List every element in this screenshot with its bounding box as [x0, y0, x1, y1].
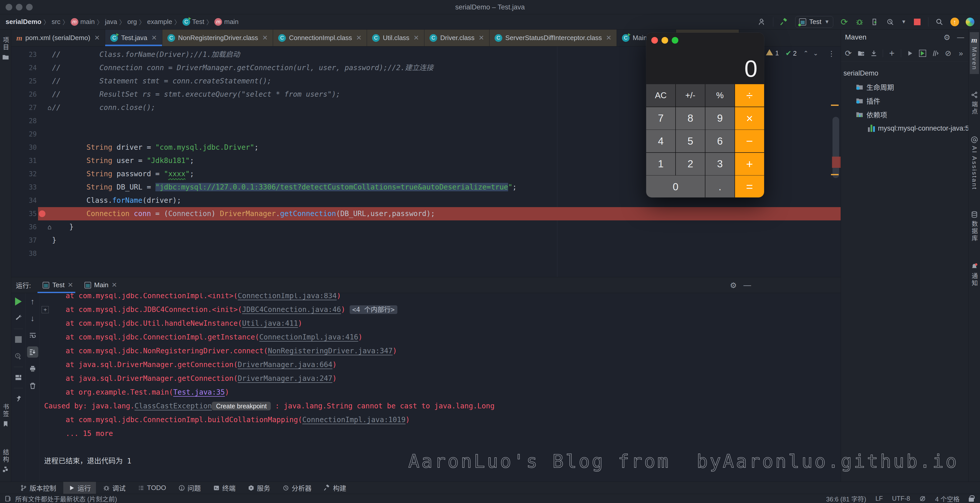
- toolwindow-button-问题[interactable]: 问题: [173, 482, 206, 494]
- run-console-output[interactable]: at com.mysql.jdbc.ConnectionImpl.<init>(…: [40, 293, 841, 481]
- breadcrumb-item-Test[interactable]: CTest: [183, 18, 204, 26]
- gutter-icons[interactable]: [37, 48, 52, 61]
- right-stripe-item-Maven[interactable]: mMaven: [970, 32, 979, 74]
- toolwindow-button-TODO[interactable]: TODO: [133, 482, 171, 494]
- line-number[interactable]: 35: [11, 207, 37, 221]
- run-tab-Main[interactable]: Main✕: [79, 277, 123, 293]
- breakpoint-icon[interactable]: [39, 210, 45, 217]
- gutter-icons[interactable]: [37, 154, 52, 167]
- line-number[interactable]: 28: [11, 114, 37, 127]
- gutter-icons[interactable]: [37, 88, 52, 101]
- calc-button-0[interactable]: 0: [646, 176, 705, 197]
- stacktrace-link[interactable]: ConnectionImpl.java:834: [238, 293, 337, 300]
- close-icon[interactable]: ✕: [111, 281, 117, 289]
- rerun-button[interactable]: [13, 296, 24, 307]
- close-icon[interactable]: ✕: [606, 34, 611, 42]
- close-icon[interactable]: ✕: [151, 34, 157, 42]
- line-number[interactable]: 24: [11, 61, 37, 75]
- toolwindow-button-运行[interactable]: 运行: [63, 482, 96, 494]
- stacktrace-link[interactable]: NonRegisteringDriver.java:347: [268, 347, 393, 355]
- pin-tab-icon[interactable]: [13, 393, 24, 404]
- stacktrace-link[interactable]: JDBC4Connection.java:46: [242, 305, 341, 314]
- stacktrace-link[interactable]: Util.java:411: [242, 319, 298, 327]
- calc-button-3[interactable]: 3: [705, 153, 735, 175]
- build-hammer-icon[interactable]: [780, 17, 789, 26]
- skip-tests-icon[interactable]: [932, 50, 939, 57]
- line-number[interactable]: 36: [11, 221, 37, 234]
- gutter-icons[interactable]: [37, 127, 52, 141]
- calc-button-%[interactable]: %: [705, 84, 735, 106]
- chevron-down-icon[interactable]: ▼: [901, 19, 906, 25]
- search-everywhere-icon[interactable]: [935, 17, 944, 26]
- run-tab-Test[interactable]: Test✕: [37, 277, 79, 293]
- left-stripe-item-结构[interactable]: 结构: [0, 445, 11, 476]
- breadcrumb-item-main[interactable]: mmain: [215, 18, 239, 26]
- gutter-icons[interactable]: [37, 207, 52, 221]
- stacktrace-link[interactable]: DriverManager.java:247: [238, 374, 332, 382]
- right-stripe-item-通知[interactable]: 通知: [969, 259, 980, 290]
- create-breakpoint-chip[interactable]: Create breakpoint: [212, 402, 271, 410]
- calc-close-button[interactable]: [651, 37, 658, 44]
- editor-tab-ServerStatusDiffInterceptor-class[interactable]: CServerStatusDiffInterceptor.class✕: [490, 30, 617, 46]
- stacktrace-link[interactable]: ConnectionImpl.java:1019: [302, 416, 406, 424]
- hide-panel-icon[interactable]: —: [743, 281, 751, 289]
- print-icon[interactable]: [27, 363, 38, 374]
- stop-button-disabled[interactable]: [13, 334, 24, 345]
- run-with-coverage-icon[interactable]: [870, 17, 879, 26]
- up-stack-trace-icon[interactable]: ↑: [27, 296, 38, 307]
- gutter-icons[interactable]: [37, 61, 52, 75]
- line-number[interactable]: 38: [11, 247, 37, 260]
- clear-console-icon[interactable]: [27, 380, 38, 391]
- calc-button-−[interactable]: −: [735, 130, 764, 152]
- left-stripe-item-项目[interactable]: 项目: [0, 33, 11, 64]
- calc-button-5[interactable]: 5: [676, 130, 705, 152]
- toolwindow-button-分析器[interactable]: 分析器: [277, 482, 317, 494]
- editor-tab-pom-xml-serialDemo-[interactable]: mpom.xml (serialDemo)✕: [11, 30, 105, 46]
- calc-button-2[interactable]: 2: [676, 153, 705, 175]
- breadcrumb-item-serialDemo[interactable]: serialDemo: [6, 18, 41, 26]
- gutter-icons[interactable]: [37, 247, 52, 260]
- calc-minimize-button[interactable]: [662, 37, 668, 44]
- close-icon[interactable]: ✕: [262, 34, 268, 42]
- editor-tab-ConnectionImpl-class[interactable]: CConnectionImpl.class✕: [273, 30, 367, 46]
- right-stripe-item-AI Assistant[interactable]: AI Assistant: [970, 133, 979, 194]
- breadcrumb-item-org[interactable]: org: [127, 18, 137, 26]
- line-number[interactable]: 33: [11, 181, 37, 194]
- line-number[interactable]: 25: [11, 75, 37, 88]
- gear-icon[interactable]: ⚙: [943, 33, 950, 42]
- line-number[interactable]: 27: [11, 101, 37, 114]
- line-number[interactable]: 34: [11, 194, 37, 207]
- encoding[interactable]: UTF-8: [892, 495, 910, 502]
- fold-marker-icon[interactable]: ⌂: [48, 221, 52, 234]
- calc-button-AC[interactable]: AC: [646, 84, 675, 106]
- offline-mode-icon[interactable]: ⊘: [944, 49, 952, 58]
- right-stripe-item-数据库[interactable]: 数据库: [969, 207, 980, 246]
- calc-button-9[interactable]: 9: [705, 107, 735, 130]
- editor-tab-Driver-class[interactable]: CDriver.class✕: [425, 30, 490, 46]
- down-stack-trace-icon[interactable]: ↓: [27, 313, 38, 324]
- maven-tree-item[interactable]: serialDemo: [841, 66, 968, 80]
- user-profile-icon[interactable]: [758, 17, 767, 26]
- sync-folder-icon[interactable]: ⟳: [857, 50, 865, 57]
- calc-button-7[interactable]: 7: [646, 107, 675, 130]
- gutter-icons[interactable]: [37, 234, 52, 247]
- soft-wrap-icon[interactable]: [27, 330, 38, 341]
- calc-button-1[interactable]: 1: [646, 153, 675, 175]
- maven-tree-item[interactable]: mysql:mysql-connector-java:5.1.29: [841, 121, 968, 135]
- close-icon[interactable]: ✕: [479, 34, 484, 42]
- calc-button-+/-[interactable]: +/-: [676, 84, 705, 106]
- calc-button-8[interactable]: 8: [676, 107, 705, 130]
- maven-tree-item[interactable]: 依赖项: [841, 108, 968, 121]
- profiler-icon[interactable]: [886, 17, 894, 26]
- gutter-icons[interactable]: [37, 75, 52, 88]
- toolwindow-button-终端[interactable]: 终端: [208, 482, 241, 494]
- stacktrace-link[interactable]: DriverManager.java:664: [238, 360, 332, 369]
- breadcrumb-item-example[interactable]: example: [147, 18, 172, 26]
- maven-tree-item[interactable]: 插件: [841, 94, 968, 108]
- caret-position[interactable]: 36:6 (81 字符): [826, 494, 866, 503]
- more-icon[interactable]: »: [957, 49, 965, 58]
- highlighting-level-icon[interactable]: [919, 495, 926, 502]
- gutter-icons[interactable]: ⌂: [37, 221, 52, 234]
- stacktrace-link[interactable]: ConnectionImpl.java:416: [259, 333, 358, 341]
- gear-icon[interactable]: ⚙: [730, 281, 737, 290]
